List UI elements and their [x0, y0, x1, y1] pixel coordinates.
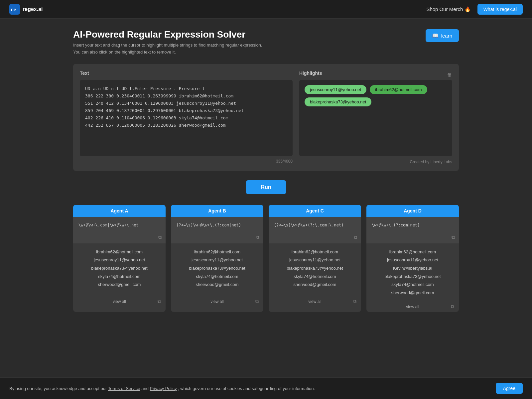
result-item: sherwood@gmeil.com: [372, 289, 454, 297]
agent-regex-text-0: \w+@\w+\.com|\w+@\w+\.net: [78, 222, 160, 228]
panel-inner: Text UD a.n UD n.l UD l.Enter Pressure .…: [80, 70, 452, 164]
page-subtitle-1: Insert your text and drag the cursor to …: [73, 42, 262, 49]
agent-regex-text-1: (?<=\s)\w+@\w+\.(?:com|net): [176, 222, 258, 228]
text-highlights-panel: Text UD a.n UD n.l UD l.Enter Pressure .…: [73, 64, 459, 171]
footer-suffix: , which govern our use of cookies and sa…: [178, 386, 315, 391]
agents-row: Agent A\w+@\w+\.com|\w+@\w+\.net⧉ibrahim…: [73, 205, 459, 312]
agent-results-box-2: ibrahim62@hotmeil.comjesusconroy11@yehoo…: [269, 243, 361, 297]
agent-regex-box-2: (?<=\s)\w+@\w+(?:\.com|\.net)⧉: [269, 217, 361, 243]
page-header: AI-Powered Regular Expression Solver Ins…: [73, 29, 262, 56]
result-item: jesusconroy11@yehoo.net: [372, 256, 454, 264]
navbar-right: Shop Our Merch 🔥 What is regex.ai: [426, 4, 523, 15]
agent-regex-text-2: (?<=\s)\w+@\w+(?:\.com|\.net): [274, 222, 356, 228]
privacy-link[interactable]: Privacy Policy: [150, 386, 177, 391]
agent-card-0: Agent A\w+@\w+\.com|\w+@\w+\.net⧉ibrahim…: [73, 205, 166, 312]
result-item: sherwood@gmeil.com: [176, 281, 258, 289]
view-all-link-3[interactable]: view all: [406, 305, 419, 309]
agent-regex-text-3: \w+@\w+\.(?:com|net): [372, 222, 454, 228]
copy-results-icon-2[interactable]: ⧉: [353, 299, 356, 304]
run-button[interactable]: Run: [246, 180, 286, 194]
view-all-link-0[interactable]: view all: [113, 299, 126, 304]
svg-text:re: re: [11, 7, 16, 12]
agent-header-2: Agent C: [269, 205, 361, 217]
agent-regex-box-1: (?<=\s)\w+@\w+\.(?:com|net)⧉: [171, 217, 263, 243]
view-all-link-1[interactable]: view all: [210, 299, 223, 304]
learn-button[interactable]: 📖 learn: [426, 29, 459, 42]
agent-regex-box-3: \w+@\w+\.(?:com|net)⧉: [366, 217, 459, 243]
highlights-box: jesusconroy11@yehoo.net ibrahim62@hotmei…: [299, 80, 452, 156]
agent-card-1: Agent B(?<=\s)\w+@\w+\.(?:com|net)⧉ibrah…: [171, 205, 263, 312]
main-content: AI-Powered Regular Expression Solver Ins…: [66, 19, 466, 334]
copy-results-icon-0[interactable]: ⧉: [158, 299, 161, 304]
agent-regex-box-0: \w+@\w+\.com|\w+@\w+\.net⧉: [73, 217, 166, 243]
result-item: blakeprohaska73@yehoo.net: [78, 264, 160, 273]
footer-text: By using our site, you acknowledge and a…: [9, 386, 315, 391]
book-icon: 📖: [432, 33, 439, 39]
result-item: skyla74@hotmeil.com: [78, 273, 160, 281]
result-item: blakeprohaska73@yehoo.net: [274, 264, 356, 273]
agent-header-0: Agent A: [73, 205, 166, 217]
highlight-tag-0[interactable]: jesusconroy11@yehoo.net: [305, 85, 366, 94]
text-section: Text UD a.n UD n.l UD l.Enter Pressure .…: [80, 70, 293, 164]
highlights-label: Highlights: [299, 70, 322, 76]
result-item: sherwood@gmeil.com: [78, 281, 160, 289]
result-item: jesusconroy11@yehoo.net: [274, 256, 356, 264]
agent-header-3: Agent D: [366, 205, 459, 217]
trash-icon[interactable]: 🗑: [447, 72, 452, 78]
result-item: sherwood@gmeil.com: [274, 281, 356, 289]
footer-prefix: By using our site, you acknowledge and a…: [9, 386, 108, 391]
what-is-button[interactable]: What is regex.ai: [477, 4, 523, 15]
text-content: UD a.n UD n.l UD l.Enter Pressure . Pres…: [85, 85, 287, 129]
result-item: blakeprohaska73@yehoo.net: [372, 273, 454, 281]
copy-regex-icon-3[interactable]: ⧉: [452, 234, 455, 240]
result-item: ibrahim62@hotmeil.com: [274, 248, 356, 256]
result-item: jesusconroy11@yehoo.net: [176, 256, 258, 264]
highlight-tag-2[interactable]: blakeprohaska73@yehoo.net: [305, 97, 371, 106]
logo[interactable]: re regex.ai: [9, 4, 43, 15]
text-label: Text: [80, 70, 293, 76]
view-all-link-2[interactable]: view all: [308, 299, 321, 304]
highlights-section: Highlights 🗑 jesusconroy11@yehoo.net ibr…: [299, 70, 452, 164]
learn-label: learn: [441, 33, 452, 39]
agent-header-1: Agent B: [171, 205, 263, 217]
agent-results-box-1: ibrahim62@hotmeil.comjesusconroy11@yehoo…: [171, 243, 263, 297]
result-item: Kevin@libertylabs.ai: [372, 264, 454, 273]
view-all-row-1: ⧉view all: [171, 297, 263, 307]
result-item: skyla74@hotmeil.com: [372, 281, 454, 289]
footer: By using our site, you acknowledge and a…: [0, 377, 532, 399]
copy-regex-icon-0[interactable]: ⧉: [158, 234, 162, 240]
result-item: skyla74@hotmeil.com: [176, 273, 258, 281]
tos-link[interactable]: Terms of Service: [108, 386, 140, 391]
footer-and: and: [141, 386, 150, 391]
result-item: skyla74@hotmeil.com: [274, 273, 356, 281]
agent-results-box-0: ibrahim62@hotmeil.comjesusconroy11@yehoo…: [73, 243, 166, 297]
agent-card-2: Agent C(?<=\s)\w+@\w+(?:\.com|\.net)⧉ibr…: [269, 205, 361, 312]
created-by: Created by Liberty Labs: [299, 160, 452, 164]
result-item: ibrahim62@hotmeil.com: [78, 248, 160, 256]
view-all-row-3: ⧉view all: [366, 302, 459, 312]
copy-regex-icon-1[interactable]: ⧉: [256, 234, 259, 240]
view-all-row-0: ⧉view all: [73, 297, 166, 307]
shop-merch-link[interactable]: Shop Our Merch 🔥: [426, 6, 470, 12]
result-item: blakeprohaska73@yehoo.net: [176, 264, 258, 273]
logo-icon: re: [9, 4, 20, 15]
result-item: jesusconroy11@yehoo.net: [78, 256, 160, 264]
char-count: 335/4000: [80, 159, 293, 164]
logo-text: regex.ai: [23, 6, 43, 12]
agree-button[interactable]: Agree: [496, 383, 523, 394]
page-subtitle-2: You can also click on the highlighted te…: [73, 49, 262, 56]
result-item: ibrahim62@hotmeil.com: [372, 248, 454, 256]
result-item: ibrahim62@hotmeil.com: [176, 248, 258, 256]
view-all-row-2: ⧉view all: [269, 297, 361, 307]
agent-card-3: Agent D\w+@\w+\.(?:com|net)⧉ibrahim62@ho…: [366, 205, 459, 312]
copy-regex-icon-2[interactable]: ⧉: [354, 234, 357, 240]
copy-results-icon-3[interactable]: ⧉: [451, 304, 454, 310]
navbar: re regex.ai Shop Our Merch 🔥 What is reg…: [0, 0, 532, 19]
page-title: AI-Powered Regular Expression Solver: [73, 29, 262, 40]
run-row: Run: [73, 180, 459, 194]
highlights-header: Highlights 🗑: [299, 70, 452, 80]
copy-results-icon-1[interactable]: ⧉: [255, 299, 259, 304]
text-area-box[interactable]: UD a.n UD n.l UD l.Enter Pressure . Pres…: [80, 80, 293, 156]
header-row: AI-Powered Regular Expression Solver Ins…: [73, 29, 459, 56]
highlight-tag-1[interactable]: ibrahim62@hotmeil.com: [370, 85, 427, 94]
